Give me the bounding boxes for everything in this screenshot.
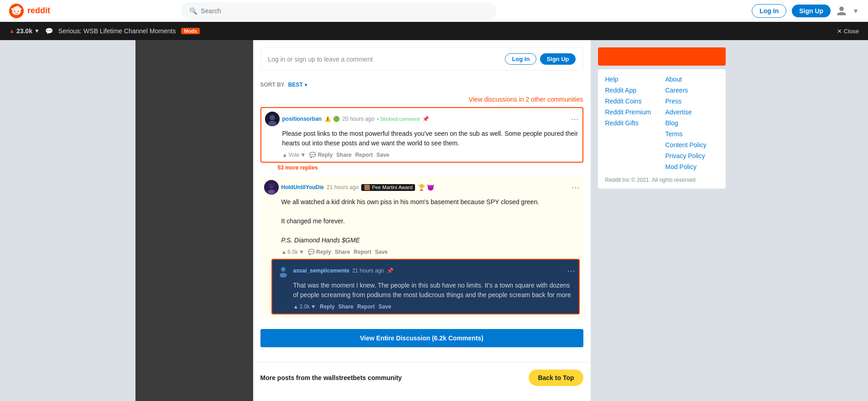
vote-label-stickied: Vote — [288, 152, 299, 158]
mods-badge: Mods — [181, 28, 200, 34]
share-btn-holduntil[interactable]: Share — [335, 249, 350, 255]
other-communities-text[interactable]: View discussions in 2 other communities — [468, 96, 583, 103]
share-btn-stickied[interactable]: Share — [336, 152, 351, 158]
stickied-comment: positionsorban ⚠️ 🟢 20 hours ago • Stick… — [260, 107, 583, 173]
comments-section: positionsorban ⚠️ 🟢 20 hours ago • Stick… — [253, 107, 591, 318]
more-options-assai[interactable]: ⋯ — [567, 266, 575, 276]
comment-meta-assai: assai_semplicemente 21 hours ago 📌 — [293, 267, 394, 274]
downvote-icon-holduntil: ▼ — [299, 249, 304, 255]
left-sidebar — [135, 40, 253, 401]
chat-icon: 💬 — [45, 27, 53, 35]
award-badge-holduntil: 🟫 Pee Martini Award — [361, 184, 415, 191]
comment-author-assai[interactable]: assai_semplicemente — [293, 267, 349, 274]
comment-placeholder: Log in or sign up to leave a comment — [268, 56, 373, 63]
back-to-top-button[interactable]: Back to Top — [529, 370, 583, 386]
sidebar-link-content-policy[interactable]: Content Policy — [665, 140, 718, 149]
save-btn-assai[interactable]: Save — [379, 303, 391, 310]
sidebar-link-terms[interactable]: Terms — [665, 129, 718, 139]
login-button[interactable]: Log In — [752, 4, 786, 18]
sidebar-link-careers[interactable]: Careers — [665, 86, 718, 95]
comment-time-assai: 21 hours ago — [352, 267, 384, 274]
reply-btn-holduntil[interactable]: 💬 Reply — [308, 249, 331, 255]
page-wrapper: Log in or sign up to leave a comment Log… — [0, 0, 868, 401]
sort-bar: SORT BY BEST ▼ — [253, 78, 591, 92]
comment-actions-assai: ▲ 3.0k ▼ Reply Share Report Save — [276, 303, 575, 310]
downvote-icon-assai: ▼ — [311, 303, 316, 310]
search-bar[interactable]: 🔍 — [182, 3, 496, 19]
reddit-logo[interactable]: reddit — [9, 4, 50, 18]
upvote-icon-assai: ▲ — [293, 303, 299, 310]
avatar-holduntil — [264, 180, 279, 195]
sidebar-link-reddit-premium[interactable]: Reddit Premium — [605, 108, 658, 117]
view-discussion-button[interactable]: View Entire Discussion (6.2k Comments) — [260, 329, 583, 347]
more-posts-label: More posts from the wallstreetbets commu… — [260, 374, 402, 381]
sidebar-link-about[interactable]: About — [665, 75, 718, 84]
sidebar-link-reddit-app[interactable]: Reddit App — [605, 86, 658, 95]
svg-point-6 — [11, 8, 14, 10]
sidebar-links: Help About Reddit App Careers Reddit Coi… — [598, 69, 726, 189]
downvote-arrow: ▼ — [34, 28, 40, 34]
svg-point-5 — [14, 6, 20, 10]
more-options-icon[interactable]: ⋯ — [571, 114, 579, 124]
sidebar-link-privacy-policy[interactable]: Privacy Policy — [665, 151, 718, 160]
report-btn-assai[interactable]: Report — [357, 303, 375, 310]
comment-meta-stickied: positionsorban ⚠️ 🟢 20 hours ago • Stick… — [282, 116, 430, 122]
share-btn-assai[interactable]: Share — [338, 303, 353, 310]
signup-button[interactable]: Sign Up — [792, 5, 831, 17]
sidebar-link-advertise[interactable]: Advertise — [665, 108, 718, 117]
banner-close-button[interactable]: ✕ Close — [837, 28, 859, 35]
user-avatar[interactable] — [836, 5, 847, 16]
announcement-banner: ▲ 23.0k ▼ 💬 Serious: WSB Lifetime Channe… — [0, 22, 868, 40]
svg-point-12 — [268, 190, 275, 194]
comment-header-stickied: positionsorban ⚠️ 🟢 20 hours ago • Stick… — [265, 112, 579, 126]
comment-author-holduntil[interactable]: HoldUntilYouDie — [281, 184, 324, 190]
report-btn-holduntil[interactable]: Report — [353, 249, 371, 255]
sidebar-link-reddit-coins[interactable]: Reddit Coins — [605, 97, 658, 106]
reply-btn-stickied[interactable]: 💬 Reply — [309, 152, 333, 158]
downvote-icon: ▼ — [300, 152, 306, 158]
save-btn-stickied[interactable]: Save — [376, 152, 389, 158]
comment-time-holduntil: 21 hours ago — [327, 184, 359, 190]
sort-value[interactable]: BEST ▼ — [288, 82, 308, 88]
main-content: Log in or sign up to leave a comment Log… — [253, 40, 591, 401]
sort-label: SORT BY — [260, 82, 285, 88]
vote-action-stickied[interactable]: ▲ Vote ▼ — [282, 152, 306, 158]
upvote-icon: ▲ — [282, 152, 288, 158]
comment-time-stickied: 20 hours ago — [343, 116, 374, 122]
upvote-arrow: ▲ — [9, 28, 15, 34]
vote-action-holduntil[interactable]: ▲ 6.5k ▼ — [281, 249, 304, 255]
comment-author-stickied[interactable]: positionsorban — [282, 116, 322, 122]
comment-login-box: Log in or sign up to leave a comment Log… — [260, 47, 583, 71]
ps-line: P.S. Diamond Hands $GME — [281, 236, 360, 244]
join-button-area[interactable] — [598, 47, 726, 66]
site-name: reddit — [27, 6, 50, 15]
vote-count: ▲ 23.0k ▼ — [9, 27, 40, 35]
comment-login-button[interactable]: Log In — [505, 53, 536, 65]
header-right: Log In Sign Up ▼ — [752, 4, 859, 18]
dropdown-arrow[interactable]: ▼ — [852, 7, 859, 15]
search-input[interactable] — [201, 7, 489, 15]
sidebar-link-press[interactable]: Press — [665, 97, 718, 106]
nested-comment-assai: assai_semplicemente 21 hours ago 📌 ⋯ Tha… — [271, 259, 580, 314]
right-sidebar: Help About Reddit App Careers Reddit Coi… — [591, 40, 733, 401]
other-communities-link[interactable]: View discussions in 2 other communities — [253, 92, 591, 107]
vote-action-assai[interactable]: ▲ 3.0k ▼ — [293, 303, 316, 310]
nested-comment-box: assai_semplicemente 21 hours ago 📌 ⋯ Tha… — [271, 259, 580, 314]
sidebar-link-help[interactable]: Help — [605, 75, 658, 84]
more-options-holduntil[interactable]: ⋯ — [572, 182, 580, 192]
sidebar-link-reddit-gifts[interactable]: Reddit Gifts — [605, 118, 658, 128]
report-btn-stickied[interactable]: Report — [355, 152, 373, 158]
sidebar-link-mod-policy[interactable]: Mod Policy — [665, 162, 718, 171]
stickied-pin-icon: 📌 — [422, 116, 429, 122]
sidebar-links-grid: Help About Reddit App Careers Reddit Coi… — [605, 75, 718, 171]
more-replies-stickied[interactable]: 53 more replies — [260, 163, 583, 173]
svg-point-16 — [280, 273, 287, 278]
sidebar-copyright: Reddit Inc © 2021. All rights reserved — [605, 177, 718, 183]
comment-signup-button[interactable]: Sign Up — [540, 53, 575, 65]
reply-btn-assai[interactable]: Reply — [320, 303, 335, 310]
save-btn-holduntil[interactable]: Save — [375, 249, 388, 255]
vote-count-holduntil: 6.5k — [287, 249, 298, 255]
holduntil-comment: HoldUntilYouDie 21 hours ago 🟫 Pee Marti… — [260, 176, 583, 318]
sidebar-link-blog[interactable]: Blog — [665, 118, 718, 128]
holduntil-comment-box: HoldUntilYouDie 21 hours ago 🟫 Pee Marti… — [260, 176, 583, 318]
